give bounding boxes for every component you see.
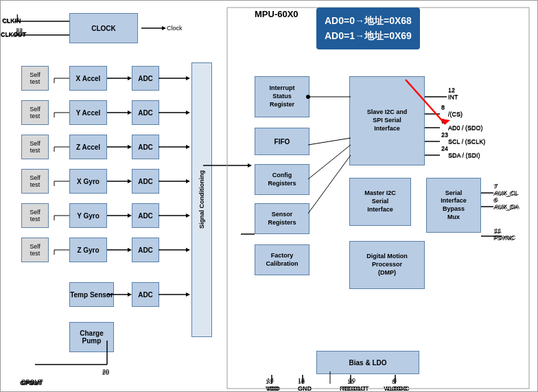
- self-test-2: Self test: [21, 100, 49, 125]
- regout-label: REGOUT: [340, 385, 366, 392]
- factory-calibration-block: Factory Calibration: [255, 244, 309, 275]
- svg-marker-7: [162, 26, 166, 30]
- adc-5: ADC: [132, 203, 159, 228]
- bias-ldo-block: Bias & LDO: [316, 351, 419, 374]
- pin9-label: 9: [441, 118, 445, 125]
- adc-4: ADC: [132, 169, 159, 194]
- x-accel-block: X Accel: [69, 66, 107, 91]
- tooltip-line2: AD0=1→地址=0X69: [325, 28, 412, 43]
- pin13-label: 13: [266, 378, 272, 385]
- x-gyro-block: X Gyro: [69, 169, 107, 194]
- main-container: CLKIN 1 CLKOUT 22 Clock: [0, 0, 538, 392]
- aux-da-label: AUX_DA: [493, 204, 518, 211]
- self-test-5: Self test: [21, 203, 49, 228]
- self-test-1: Self test: [21, 66, 49, 91]
- svg-marker-20: [186, 111, 190, 115]
- interrupt-status-block: Interrupt Status Register: [255, 76, 309, 117]
- gnd-label: GND: [298, 385, 312, 392]
- self-test-3: Self test: [21, 135, 49, 159]
- master-i2c-block: Master I2C Serial Interface: [349, 178, 411, 226]
- pin10-label: 10: [347, 378, 354, 385]
- dmp-block: Digital Motion Processor (DMP): [349, 241, 425, 289]
- pin22-label: 22: [16, 27, 23, 34]
- tooltip-box: AD0=0→地址=0X68 AD0=1→地址=0X69: [316, 8, 420, 49]
- pin12-label: 12: [448, 87, 455, 94]
- y-accel-block: Y Accel: [69, 100, 107, 125]
- int-label: INT: [448, 94, 458, 101]
- ics-label: /(CS): [448, 111, 463, 118]
- config-registers-block: Config Registers: [255, 164, 309, 195]
- adc-6: ADC: [132, 238, 159, 262]
- vlogic-label: VLOGIC: [384, 385, 408, 392]
- vdd-label: VDD: [266, 385, 279, 392]
- adc-7: ADC: [132, 282, 159, 307]
- pin8-label: 8: [441, 104, 445, 111]
- self-test-6: Self test: [21, 238, 49, 262]
- scl-sclk-label: SCL / (SCLK): [448, 139, 485, 146]
- y-gyro-block: Y Gyro: [69, 203, 107, 228]
- pin6-label: 6: [493, 197, 497, 204]
- charge-pump-block: Charge Pump: [69, 322, 114, 352]
- z-gyro-block: Z Gyro: [69, 238, 107, 262]
- svg-marker-14: [186, 76, 190, 80]
- pin24-label: 24: [441, 146, 448, 152]
- sda-sdi-label: SDA / (SDI): [448, 152, 480, 159]
- svg-marker-32: [186, 179, 190, 183]
- adc-2: ADC: [132, 100, 159, 125]
- tooltip-line1: AD0=0→地址=0X68: [325, 13, 412, 28]
- adc-3: ADC: [132, 135, 159, 159]
- cpout-bottom-label: CPOUT: [20, 380, 42, 387]
- ad0-sdo-label: AD0 / (SDO): [448, 125, 483, 132]
- svg-line-59: [308, 155, 351, 214]
- pin11-label: 11: [493, 228, 500, 235]
- aux-cl-label: AUX_CL: [493, 190, 517, 197]
- svg-text:Clock: Clock: [167, 25, 183, 32]
- slave-i2c-block: Slave I2C and SPI Serial Interface: [349, 76, 425, 165]
- clock-block: CLOCK: [69, 13, 138, 43]
- pin18-label: 18: [298, 378, 305, 385]
- fifo-block: FIFO: [255, 128, 309, 155]
- serial-bypass-mux-block: Serial Interface Bypass Mux: [426, 178, 481, 233]
- pin7-label: 7: [493, 183, 497, 190]
- svg-line-57: [308, 138, 351, 145]
- pin20-label: 20: [102, 369, 109, 376]
- adc-1: ADC: [132, 66, 159, 91]
- signal-conditioning-block: Signal Conditioning: [191, 62, 212, 337]
- mpu-title: MPU-60X0: [255, 9, 299, 19]
- svg-marker-44: [186, 248, 190, 252]
- pin1-label: 1: [16, 13, 19, 20]
- pin-vlogic-label: 8: [392, 378, 395, 385]
- pin23-label: 23: [441, 132, 448, 139]
- svg-marker-54: [248, 163, 252, 168]
- temp-sensor-block: Temp Sensor: [69, 282, 114, 307]
- svg-marker-26: [186, 145, 190, 149]
- svg-line-58: [308, 145, 351, 179]
- sensor-registers-block: Sensor Registers: [255, 203, 309, 234]
- svg-marker-38: [186, 214, 190, 218]
- svg-marker-48: [186, 292, 190, 297]
- fsync-label: FSYNC: [493, 235, 515, 242]
- self-test-4: Self test: [21, 169, 49, 194]
- z-accel-block: Z Accel: [69, 135, 107, 159]
